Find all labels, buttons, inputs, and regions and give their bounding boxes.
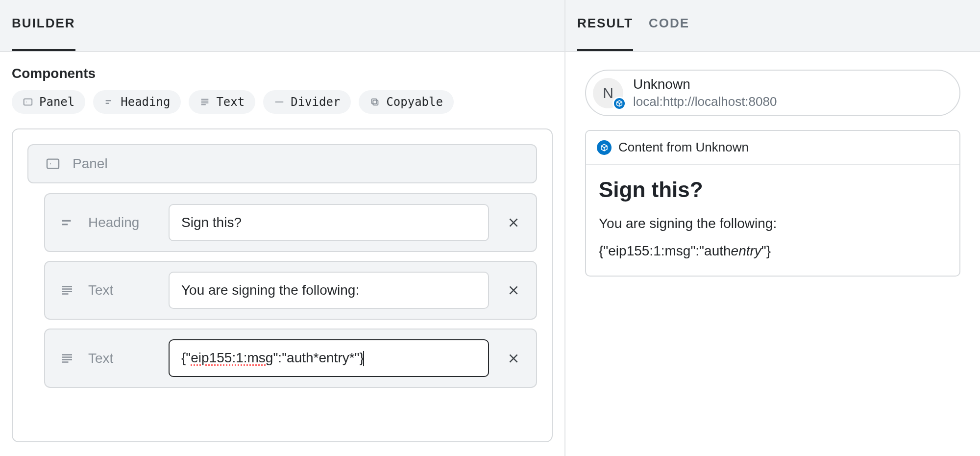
heading-icon [60,215,76,230]
remove-row-button[interactable] [501,346,526,371]
result-header: Content from Unknown [586,131,959,165]
svg-rect-1 [373,100,378,105]
tab-builder[interactable]: BUILDER [12,16,75,51]
text-icon [199,97,210,107]
remove-row-button[interactable] [501,278,526,303]
chip-label: Heading [121,95,170,109]
components-title: Components [12,66,553,81]
heading-icon [104,97,115,107]
chip-label: Text [216,95,245,109]
components-chip-row: Panel Heading Text [12,90,553,114]
avatar-wrap: N [593,78,623,108]
result-text-2: {"eip155:1:msg":"authentry"} [599,243,947,259]
svg-rect-3 [47,159,59,169]
row-type-label: Text [88,351,157,366]
chip-label: Panel [39,95,74,109]
row-text-2[interactable]: Text {"eip155:1:msg":"auth*entry*"} [44,329,537,388]
tab-result[interactable]: RESULT [577,16,633,51]
origin-name: Unknown [633,76,777,92]
snap-badge-icon [612,97,626,110]
copyable-icon [369,97,380,107]
chip-label: Copyable [386,95,443,109]
text-input-1[interactable] [169,272,489,309]
text-icon [60,283,76,298]
chip-label: Divider [291,95,340,109]
text-input-2[interactable]: {"eip155:1:msg":"auth*entry*"} [169,339,489,377]
chip-text[interactable]: Text [189,90,255,114]
panel-icon [45,156,61,172]
svg-rect-2 [372,99,377,104]
text-icon [60,351,76,366]
result-header-text: Content from Unknown [618,140,749,155]
builder-tab-bar: BUILDER [0,0,564,52]
origin-pill[interactable]: N Unknown local:http://localhost:8080 [585,70,960,116]
chip-panel[interactable]: Panel [12,90,85,114]
row-text-1[interactable]: Text [44,261,537,320]
heading-input[interactable] [169,204,489,241]
result-text-1: You are signing the following: [599,216,947,231]
panel-block[interactable]: Panel [27,144,537,183]
row-type-label: Heading [88,215,157,230]
remove-row-button[interactable] [501,210,526,235]
result-tab-bar: RESULT CODE [565,0,980,52]
tab-code[interactable]: CODE [649,16,689,51]
panel-label: Panel [73,156,108,172]
row-type-label: Text [88,282,157,298]
result-heading: Sign this? [599,177,947,202]
panel-icon [23,97,33,107]
origin-url: local:http://localhost:8080 [633,94,777,109]
chip-copyable[interactable]: Copyable [359,90,454,114]
chip-divider[interactable]: Divider [263,90,351,114]
chip-heading[interactable]: Heading [93,90,181,114]
builder-canvas: Panel Heading Text [12,128,553,442]
result-card: Content from Unknown Sign this? You are … [585,130,960,277]
divider-icon [274,97,285,107]
svg-rect-0 [24,99,32,105]
row-heading[interactable]: Heading [44,193,537,252]
cube-icon [597,140,612,155]
